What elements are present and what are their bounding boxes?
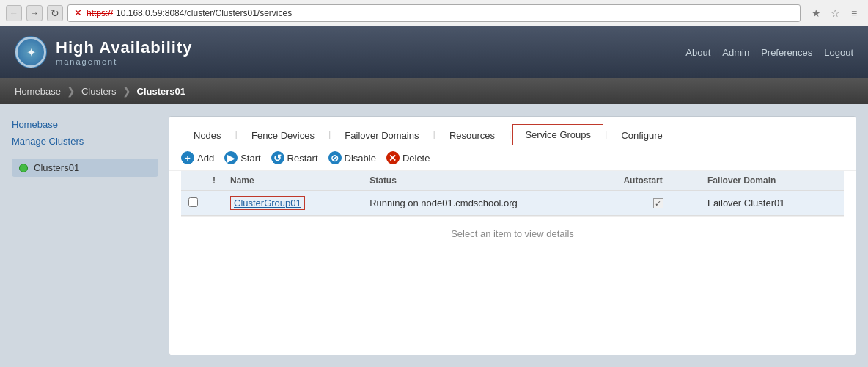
col-checkbox xyxy=(181,171,205,191)
col-name: Name xyxy=(223,171,362,191)
tab-resources[interactable]: Resources xyxy=(437,125,507,145)
row-name-cell: ClusterGroup01 xyxy=(223,191,362,216)
delete-button[interactable]: ✕ Delete xyxy=(386,151,430,164)
tab-failover-domains[interactable]: Failover Domains xyxy=(332,125,431,145)
service-groups-table: ! Name Status Autostart Failover Domain xyxy=(181,171,844,216)
forward-button[interactable]: → xyxy=(26,5,43,21)
autostart-checkbox: ✓ xyxy=(653,198,663,208)
app-subtitle: management xyxy=(56,57,193,66)
breadcrumb-homebase[interactable]: Homebase xyxy=(15,78,71,104)
logo-icon xyxy=(15,36,47,68)
row-checkbox[interactable] xyxy=(188,197,198,207)
about-link[interactable]: About xyxy=(685,47,710,58)
row-warning-cell xyxy=(205,191,223,216)
logo-text: High Availability management xyxy=(56,38,193,66)
restart-label: Restart xyxy=(287,153,318,164)
menu-icon[interactable]: ≡ xyxy=(846,5,862,21)
col-failover-domain: Failover Domain xyxy=(700,171,844,191)
tab-sep-5: | xyxy=(603,128,608,139)
table-header-row: ! Name Status Autostart Failover Domain xyxy=(181,171,844,191)
browser-bar: ← → ↻ ✕ https:// 10.168.0.59:8084/cluste… xyxy=(0,0,868,26)
breadcrumb-bar: Homebase Clusters Clusters01 xyxy=(0,78,868,104)
tab-sep-3: | xyxy=(432,128,437,139)
url-error-part: https:// xyxy=(87,8,113,18)
breadcrumb-clusters[interactable]: Clusters xyxy=(71,78,127,104)
app-header: High Availability management About Admin… xyxy=(0,26,868,78)
table-area: ! Name Status Autostart Failover Domain xyxy=(169,171,856,251)
disable-icon: ⊘ xyxy=(328,151,342,164)
delete-icon: ✕ xyxy=(386,151,400,164)
col-autostart: Autostart xyxy=(616,171,700,191)
bookmark-icon[interactable]: ★ xyxy=(808,5,824,21)
logout-link[interactable]: Logout xyxy=(824,47,853,58)
tab-fence-devices[interactable]: Fence Devices xyxy=(239,125,327,145)
select-info: Select an item to view details xyxy=(181,216,844,251)
breadcrumb-clusters01[interactable]: Clusters01 xyxy=(127,78,196,104)
col-warning: ! xyxy=(205,171,223,191)
tab-sep-4: | xyxy=(507,128,512,139)
cluster-status-dot xyxy=(19,164,28,172)
main-layout: Homebase Manage Clusters Clusters01 Node… xyxy=(0,104,868,367)
row-autostart-cell: ✓ xyxy=(616,191,700,216)
content-area: Nodes | Fence Devices | Failover Domains… xyxy=(169,116,856,355)
admin-link[interactable]: Admin xyxy=(722,47,749,58)
tabs-row: Nodes | Fence Devices | Failover Domains… xyxy=(169,117,856,145)
preferences-link[interactable]: Preferences xyxy=(761,47,812,58)
restart-button[interactable]: ↺ Restart xyxy=(271,151,318,164)
toolbar: + Add ▶ Start ↺ Restart ⊘ Disable ✕ Dele… xyxy=(169,145,856,171)
add-icon: + xyxy=(181,151,194,164)
table-row: ClusterGroup01 Running on node01.cmdscho… xyxy=(181,191,844,216)
cluster-group-link[interactable]: ClusterGroup01 xyxy=(230,196,305,210)
tab-configure[interactable]: Configure xyxy=(608,125,674,145)
sidebar-homebase-link[interactable]: Homebase xyxy=(12,116,158,133)
back-button[interactable]: ← xyxy=(6,5,22,21)
disable-label: Disable xyxy=(345,153,376,164)
delete-label: Delete xyxy=(402,153,430,164)
start-icon: ▶ xyxy=(224,151,238,164)
url-main-part: 10.168.0.59:8084/cluster/Clusters01/serv… xyxy=(116,8,292,18)
tab-sep-1: | xyxy=(234,128,239,139)
tab-sep-2: | xyxy=(327,128,332,139)
header-nav: About Admin Preferences Logout xyxy=(685,47,853,58)
tab-nodes[interactable]: Nodes xyxy=(181,125,234,145)
logo-area: High Availability management xyxy=(15,36,193,68)
row-checkbox-cell[interactable] xyxy=(181,191,205,216)
cluster-item-label: Clusters01 xyxy=(34,162,79,173)
bookmark-outline-icon[interactable]: ☆ xyxy=(827,5,843,21)
col-status: Status xyxy=(362,171,616,191)
app-title: High Availability xyxy=(56,38,193,57)
row-failover-domain-cell: Failover Cluster01 xyxy=(700,191,844,216)
add-button[interactable]: + Add xyxy=(181,151,214,164)
url-bar[interactable]: ✕ https:// 10.168.0.59:8084/cluster/Clus… xyxy=(67,4,801,22)
sidebar: Homebase Manage Clusters Clusters01 xyxy=(12,116,158,355)
tab-service-groups[interactable]: Service Groups xyxy=(512,124,603,145)
sidebar-cluster-item[interactable]: Clusters01 xyxy=(12,159,158,177)
sidebar-manage-clusters-link[interactable]: Manage Clusters xyxy=(12,133,158,150)
start-label: Start xyxy=(240,153,260,164)
reload-button[interactable]: ↻ xyxy=(47,5,63,21)
row-status-cell: Running on node01.cmdschool.org xyxy=(362,191,616,216)
start-button[interactable]: ▶ Start xyxy=(224,151,260,164)
close-icon: ✕ xyxy=(74,7,82,18)
restart-icon: ↺ xyxy=(271,151,284,164)
add-label: Add xyxy=(197,153,214,164)
disable-button[interactable]: ⊘ Disable xyxy=(328,151,376,164)
